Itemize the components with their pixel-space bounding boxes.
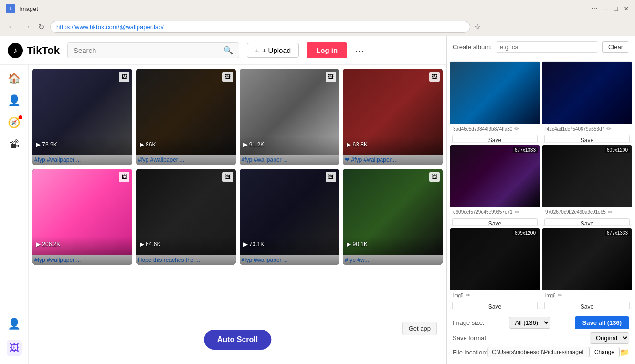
minimize-icon[interactable]: ─ — [603, 5, 608, 12]
sidebar-profile-icon[interactable]: 👤 — [8, 94, 21, 107]
upload-icon: + — [255, 46, 259, 54]
image-id: e609eef5729c45e99657e71 — [453, 209, 513, 215]
edit-icon[interactable]: ✏ — [608, 209, 613, 216]
panel-image-meta: 3ad46c5d79844f9b874ffa30 ✏ — [450, 124, 540, 134]
edit-icon[interactable]: ✏ — [515, 209, 519, 216]
panel-image-meta: 9702670c9b2e490a9c91eb5 ✏ — [542, 207, 632, 218]
image-save-button[interactable]: Save — [452, 135, 538, 143]
upload-button[interactable]: + + Upload — [247, 43, 299, 58]
back-button[interactable]: ← — [6, 21, 17, 33]
panel-image-card: 677x1333 e609eef5729c45e99657e71 ✏ Save — [450, 145, 540, 226]
menu-icon[interactable]: ⋯ — [591, 5, 598, 12]
thumb-gradient — [240, 136, 339, 165]
maximize-icon[interactable]: □ — [614, 5, 618, 12]
sidebar-album-icon[interactable]: 🖼 — [7, 340, 22, 356]
format-select[interactable]: Original — [590, 332, 629, 344]
video-card[interactable]: 🖼 ▶ 91.2K #fyp #wallpaper ... — [240, 69, 339, 165]
panel-image-card: f42c4ad1dc7540679a653d7 ✏ Save — [542, 61, 632, 143]
video-image-icon: 🖼 — [119, 72, 129, 82]
panel-image-card: 609x1200 img5 ✏ Save — [450, 228, 540, 309]
upload-label: + Upload — [262, 46, 291, 54]
edit-icon[interactable]: ✏ — [558, 292, 562, 299]
thumb-gradient — [136, 236, 236, 265]
file-location-row: File location: Change 📁 — [453, 347, 629, 357]
panel-image-card: 3ad46c5d79844f9b874ffa30 ✏ Save — [450, 61, 540, 143]
image-save-button[interactable]: Save — [452, 218, 538, 226]
save-all-button[interactable]: Save all (136) — [575, 316, 629, 329]
clear-button[interactable]: Clear — [602, 41, 629, 53]
panel-header: Create album: Clear — [447, 36, 635, 58]
image-save-button[interactable]: Save — [544, 302, 630, 309]
sidebar-video-icon[interactable]: 📽 — [9, 138, 20, 151]
sidebar-home-icon[interactable]: 🏠 — [8, 73, 21, 85]
image-size-row: Image size: All (136) Save all (136) — [453, 316, 629, 329]
titlebar: i Imaget ⋯ ─ □ ✕ — [0, 0, 635, 17]
app-logo: i — [6, 4, 15, 13]
edit-icon[interactable]: ✏ — [606, 125, 611, 132]
sidebar-explore-icon[interactable]: 🧭 — [8, 116, 21, 129]
video-image-icon: 🖼 — [326, 72, 336, 82]
more-options-button[interactable]: ⋯ — [355, 45, 364, 56]
thumb-gradient — [32, 236, 132, 265]
login-button[interactable]: Log in — [307, 42, 347, 58]
thumb-gradient — [240, 236, 339, 265]
svg-text:♪: ♪ — [13, 46, 18, 55]
size-badge: 677x1333 — [513, 147, 538, 153]
video-views: ▶ 90.1K — [347, 241, 368, 248]
panel-image-thumbnail: 609x1200 — [450, 228, 540, 290]
video-views: ▶ 86K — [140, 141, 156, 148]
video-image-icon: 🖼 — [119, 172, 129, 182]
search-input[interactable] — [74, 46, 223, 54]
get-app-button[interactable]: Get app — [402, 322, 437, 335]
panel-image-thumbnail: 609x1200 — [542, 145, 632, 207]
close-icon[interactable]: ✕ — [624, 5, 629, 12]
video-card[interactable]: 🖼 ▶ 73.9K #fyp #wallpaper ... — [32, 69, 132, 165]
imaget-panel: Create album: Clear 3ad46c5d79844f9b874f… — [446, 36, 635, 364]
svg-text:i: i — [10, 7, 11, 11]
forward-button[interactable]: → — [21, 21, 32, 33]
titlebar-controls: ⋯ ─ □ ✕ — [591, 5, 629, 12]
tiktok-logo: ♪ TikTok — [8, 43, 60, 58]
video-card[interactable]: 🖼 ▶ 86K #fyp #wallpaper ... — [136, 69, 236, 165]
video-card[interactable]: 🖼 ▶ 63.8K ❤ #fyp #wallpaper ... — [343, 69, 443, 165]
image-save-button[interactable]: Save — [544, 135, 630, 143]
titlebar-left: i Imaget — [6, 4, 38, 13]
save-format-row: Save format: Original — [453, 332, 629, 344]
panel-image-meta: e609eef5729c45e99657e71 ✏ — [450, 207, 540, 218]
search-box[interactable]: 🔍 — [67, 42, 239, 58]
video-views: ▶ 64.6K — [140, 241, 161, 248]
panel-image-thumbnail: 677x1333 — [450, 145, 540, 207]
edit-icon[interactable]: ✏ — [466, 292, 470, 299]
sidebar-user-icon[interactable]: 👤 — [8, 318, 21, 330]
image-id: 9702670c9b2e490a9c91eb5 — [545, 209, 606, 215]
auto-scroll-button[interactable]: Auto Scroll — [204, 330, 271, 350]
image-save-button[interactable]: Save — [452, 302, 538, 309]
folder-button[interactable]: 📁 — [620, 348, 629, 357]
thumb-gradient — [136, 136, 236, 165]
thumb-gradient — [32, 136, 132, 165]
tiktok-area: ♪ TikTok 🔍 + + Upload Log in ⋯ 🏠 👤 — [0, 36, 446, 364]
file-path-input[interactable] — [487, 347, 589, 357]
search-icon: 🔍 — [223, 46, 233, 55]
refresh-button[interactable]: ↻ — [36, 21, 46, 33]
image-save-button[interactable]: Save — [544, 218, 630, 226]
image-size-select[interactable]: All (136) — [509, 317, 550, 329]
change-button[interactable]: Change — [589, 347, 620, 357]
edit-icon[interactable]: ✏ — [514, 125, 519, 132]
bookmark-button[interactable]: ☆ — [474, 22, 481, 31]
video-views: ▶ 63.8K — [347, 141, 368, 148]
panel-footer: Image size: All (136) Save all (136) Sav… — [447, 312, 635, 364]
address-input[interactable] — [50, 21, 470, 33]
video-card[interactable]: 🖼 ▶ 70.1K #fyp #wallpaper ... — [240, 169, 339, 265]
video-views: ▶ 91.2K — [243, 141, 265, 148]
tiktok-content: 🏠 👤 🧭 📽 👤 🖼 🖼 ▶ 73.9K #fyp #wallpaper ..… — [0, 65, 446, 364]
video-views: ▶ 70.1K — [243, 241, 265, 248]
tiktok-logo-icon: ♪ — [8, 43, 23, 58]
album-input[interactable] — [496, 41, 598, 53]
video-card[interactable]: 🖼 ▶ 64.6K Hope this reaches the ... — [136, 169, 236, 265]
video-card[interactable]: 🖼 ▶ 90.1K #fyp #w... — [343, 169, 443, 265]
video-card[interactable]: 🖼 ▶ 206.2K #fyp #wallpaper ... — [32, 169, 132, 265]
browser-bar: ← → ↻ ☆ — [0, 17, 635, 36]
panel-image-card: 609x1200 9702670c9b2e490a9c91eb5 ✏ Save — [542, 145, 632, 226]
size-badge: 609x1200 — [513, 230, 538, 236]
